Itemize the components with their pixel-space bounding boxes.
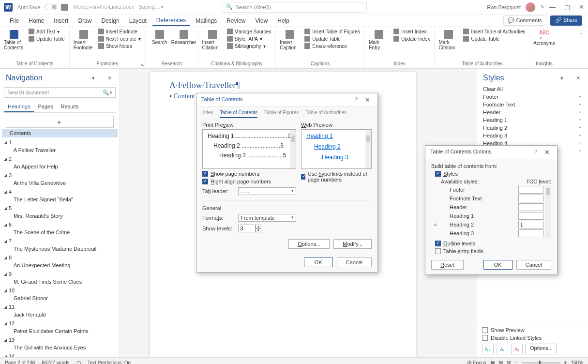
menu-design[interactable]: Design	[97, 16, 123, 26]
styles-checkbox[interactable]	[435, 171, 441, 177]
toc-level-input[interactable]	[518, 195, 543, 202]
nav-subitem[interactable]: M. Giraud Finds Some Clues	[2, 278, 118, 286]
nav-subitem[interactable]: Jack Renauld	[2, 311, 118, 318]
tab-results[interactable]: Results	[57, 102, 83, 112]
status-predictions[interactable]: Text Predictions: On	[88, 360, 131, 364]
formats-dropdown[interactable]: From template	[238, 214, 296, 222]
nav-subitem[interactable]: An Unexpected Meeting	[2, 261, 118, 269]
style-row[interactable]: Footer⤶	[477, 93, 588, 101]
spin-down-icon[interactable]: ▼	[256, 228, 261, 232]
insert-endnote-button[interactable]: Insert Endnote	[97, 28, 142, 35]
nav-subitem[interactable]: The Scene of the Crime	[2, 228, 118, 236]
nav-heading[interactable]: ◢14	[2, 352, 118, 357]
menu-insert[interactable]: Insert	[50, 16, 72, 26]
toc-level-input[interactable]	[518, 229, 543, 237]
nav-dropdown-icon[interactable]: ▾	[90, 75, 97, 81]
tab-toc[interactable]: Table of Contents	[220, 110, 257, 118]
toc-level-input[interactable]	[518, 186, 543, 194]
nav-subitem[interactable]: The Mysterious Madame Daubreuil	[2, 245, 118, 253]
share-button[interactable]: 🔗 Share	[550, 15, 582, 26]
cancel-button[interactable]: Cancel	[516, 260, 551, 270]
close-icon[interactable]: ✕	[579, 3, 584, 11]
mark-citation-button[interactable]: Mark Citation	[437, 28, 460, 52]
manage-sources-button[interactable]: Manage Sources	[226, 28, 273, 35]
menu-home[interactable]: Home	[25, 16, 48, 26]
menu-view[interactable]: View	[252, 16, 272, 26]
nav-item-contents[interactable]: Contents	[2, 129, 118, 137]
nav-heading[interactable]: ◢7	[2, 237, 118, 245]
nav-search-input[interactable]: Search document 🔍▾	[4, 87, 116, 98]
view-web-icon[interactable]: ▥	[507, 360, 511, 364]
toc-button[interactable]: Table of Contents	[3, 28, 25, 52]
zoom-slider[interactable]	[522, 362, 560, 364]
user-name[interactable]: Ron Bergquist	[487, 4, 521, 10]
style-dropdown[interactable]: Style: APA ▾	[226, 35, 273, 42]
menu-layout[interactable]: Layout	[125, 16, 151, 26]
nav-heading[interactable]: ◢11	[2, 303, 118, 311]
nav-subitem[interactable]: Gabriel Stonor	[2, 294, 118, 302]
minimize-icon[interactable]: —	[549, 3, 556, 11]
nav-heading[interactable]: ◢2	[2, 155, 118, 163]
tab-leader-dropdown[interactable]: ......	[238, 187, 296, 195]
opts-close-icon[interactable]: ✕	[542, 149, 552, 156]
styles-dropdown-icon[interactable]: ▾	[558, 75, 565, 81]
menu-references[interactable]: References	[152, 15, 190, 26]
tef-checkbox[interactable]	[435, 248, 441, 254]
insert-tof-button[interactable]: Insert Table of Figures	[303, 28, 362, 35]
style-row[interactable]: Heading 2⤶	[477, 124, 588, 132]
status-page[interactable]: Page 2 of 236	[5, 360, 35, 364]
avatar[interactable]	[526, 2, 535, 12]
nav-subitem[interactable]: The Letter Signed "Bella"	[2, 196, 118, 203]
scrollbar[interactable]	[290, 130, 296, 168]
spin-up-icon[interactable]: ▲	[256, 225, 261, 228]
insert-citation-button[interactable]: Insert Citation	[201, 28, 224, 52]
nav-subitem[interactable]: Mrs. Renauld's Story	[2, 212, 118, 220]
update-toa-button[interactable]: Update Table	[462, 35, 527, 42]
insert-caption-button[interactable]: Insert Caption	[279, 28, 301, 52]
help-icon[interactable]: ?	[534, 149, 537, 156]
menu-draw[interactable]: Draw	[74, 16, 95, 26]
new-style-icon[interactable]: A₊	[482, 344, 494, 354]
update-table-button[interactable]: Update Table	[27, 35, 66, 42]
update-table-cap-button[interactable]: Update Table	[303, 35, 362, 42]
nav-subitem[interactable]: The Girl with the Anxious Eyes	[2, 344, 118, 351]
view-print-icon[interactable]: ▤	[498, 360, 503, 364]
view-read-icon[interactable]: ▦	[490, 360, 495, 364]
nav-close-icon[interactable]: ✕	[106, 75, 114, 81]
nav-subitem[interactable]: At the Villa Geneviève	[2, 179, 118, 187]
status-words[interactable]: 65227 words	[42, 360, 69, 364]
insert-index-button[interactable]: Insert Index	[392, 28, 432, 35]
nav-heading[interactable]: ◢8	[2, 254, 118, 261]
style-row[interactable]: Heading 1⤶	[477, 116, 588, 124]
disable-linked-checkbox[interactable]	[482, 335, 488, 341]
help-icon[interactable]: ?	[355, 96, 358, 104]
nav-heading[interactable]: ◢3	[2, 171, 118, 179]
cross-reference-button[interactable]: Cross-reference	[303, 43, 362, 49]
style-row[interactable]: Footnote Text⤶	[477, 101, 588, 108]
nav-heading[interactable]: ◢10	[2, 287, 118, 294]
menu-review[interactable]: Review	[223, 16, 249, 26]
toc-close-icon[interactable]: ✕	[362, 96, 373, 104]
style-row[interactable]: Heading 3⤶	[477, 132, 588, 139]
show-preview-checkbox[interactable]	[482, 327, 488, 333]
styles-options-button[interactable]: Options...	[526, 344, 557, 354]
save-icon[interactable]	[61, 4, 68, 11]
autosave-toggle[interactable]	[45, 4, 57, 10]
insert-footnote-button[interactable]: Insert Footnote	[73, 28, 95, 52]
nav-heading[interactable]: ◢12	[2, 319, 118, 327]
outline-checkbox[interactable]	[435, 241, 441, 246]
nav-subitem[interactable]: A Fellow Traveller	[2, 146, 118, 154]
tab-headings[interactable]: Headings	[4, 102, 34, 112]
pencil-icon[interactable]: ✎	[540, 4, 544, 10]
show-page-numbers-checkbox[interactable]	[202, 171, 208, 177]
tab-pages[interactable]: Pages	[34, 102, 57, 112]
menu-file[interactable]: File	[6, 16, 23, 26]
toc-level-input[interactable]	[518, 212, 543, 220]
comments-button[interactable]: 💬 Comments	[503, 15, 546, 26]
add-text-button[interactable]: Add Text ▾	[27, 28, 66, 35]
toc-level-input[interactable]	[518, 221, 543, 228]
search-box[interactable]: 🔍 Search (Alt+Q)	[222, 2, 367, 13]
nav-heading[interactable]: ◢6	[2, 221, 118, 228]
status-focus[interactable]: ⦿ Focus	[467, 360, 486, 364]
use-hyperlinks-checkbox[interactable]	[301, 174, 305, 180]
